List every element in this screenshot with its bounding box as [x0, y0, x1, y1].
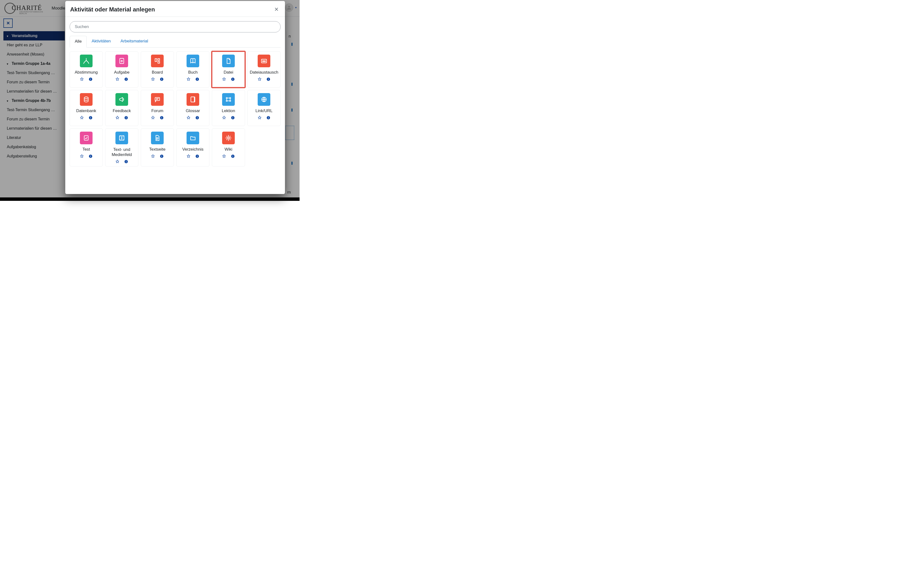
activity-card-forum[interactable]: Forum — [141, 90, 174, 126]
assign-icon — [116, 54, 128, 67]
activity-card-label: Wiki — [225, 147, 232, 152]
info-button[interactable] — [231, 116, 235, 120]
activity-card-label: Datenbank — [76, 108, 96, 114]
activity-card-wiki[interactable]: Wiki — [212, 128, 245, 167]
activity-card-aufgabe[interactable]: Aufgabe — [105, 51, 138, 87]
favorite-star-button[interactable] — [151, 77, 155, 81]
activity-card-glossar[interactable]: Glossar — [176, 90, 210, 126]
info-button[interactable] — [159, 154, 164, 158]
favorite-star-button[interactable] — [151, 154, 155, 158]
activity-card-abstimmung[interactable]: Abstimmung — [70, 51, 103, 87]
favorite-star-button[interactable] — [80, 116, 84, 120]
activity-card-textseite[interactable]: Textseite — [141, 128, 174, 167]
page-icon — [151, 132, 164, 144]
favorite-star-button[interactable] — [222, 154, 226, 158]
choice-icon — [80, 54, 93, 67]
favorite-star-button[interactable] — [257, 116, 262, 120]
activity-card-label: Verzeichnis — [182, 147, 204, 152]
favorite-star-button[interactable] — [257, 77, 262, 81]
activity-card-label: Board — [152, 70, 163, 75]
forum-icon — [151, 93, 164, 106]
activity-card-textfeld[interactable]: Text- und Medienfeld — [105, 128, 138, 167]
info-button[interactable] — [88, 154, 93, 158]
favorite-star-button[interactable] — [151, 116, 155, 120]
info-button[interactable] — [231, 77, 235, 81]
activity-card-verzeichnis[interactable]: Verzeichnis — [176, 128, 210, 167]
activity-card-dateiaustausch[interactable]: Dateiaustausch — [248, 51, 280, 87]
globe-icon — [258, 93, 270, 106]
activity-card-label: Dateiaustausch — [250, 70, 278, 75]
activity-card-lektion[interactable]: Lektion — [212, 90, 245, 126]
favorite-star-button[interactable] — [222, 77, 226, 81]
info-button[interactable] — [195, 154, 200, 158]
label-icon — [116, 132, 128, 144]
info-button[interactable] — [159, 77, 164, 81]
book-icon — [186, 54, 199, 67]
favorite-star-button[interactable] — [80, 77, 84, 81]
activity-card-label: Test — [82, 147, 90, 152]
activity-card-label: Feedback — [113, 108, 131, 114]
activity-search-input[interactable] — [70, 21, 280, 32]
tab-activities[interactable]: Aktivitäten — [87, 36, 116, 47]
favorite-star-button[interactable] — [115, 116, 120, 120]
activity-card-label: Forum — [151, 108, 163, 114]
activity-card-board[interactable]: Board — [141, 51, 174, 87]
favorite-star-button[interactable] — [115, 77, 120, 81]
wiki-icon — [222, 132, 235, 144]
info-button[interactable] — [88, 77, 93, 81]
favorite-star-button[interactable] — [115, 159, 120, 164]
activity-card-test[interactable]: Test — [70, 128, 103, 167]
activity-card-datenbank[interactable]: Datenbank — [70, 90, 103, 126]
info-button[interactable] — [124, 116, 128, 120]
info-button[interactable] — [124, 159, 128, 164]
activity-grid: AbstimmungAufgabeBoardBuchDateiDateiaust… — [70, 51, 280, 167]
info-button[interactable] — [159, 116, 164, 120]
glossary-icon — [186, 93, 199, 106]
lesson-icon — [222, 93, 235, 106]
megaphone-icon — [116, 93, 128, 106]
app-root: CHARITÉ UNIVERSITÄTSMEDIZIN BERLIN Moodl… — [0, 0, 300, 197]
activity-card-link[interactable]: Link/URL — [248, 90, 280, 126]
info-button[interactable] — [195, 77, 200, 81]
info-button[interactable] — [124, 77, 128, 81]
favorite-star-button[interactable] — [222, 116, 226, 120]
activity-chooser-tabs: Alle Aktivitäten Arbeitsmaterial — [70, 36, 280, 48]
quiz-icon — [80, 132, 93, 144]
tab-all[interactable]: Alle — [70, 36, 87, 48]
folder-icon — [186, 132, 199, 144]
favorite-star-button[interactable] — [80, 154, 84, 158]
favorite-star-button[interactable] — [186, 116, 191, 120]
favorite-star-button[interactable] — [186, 77, 191, 81]
board-icon — [151, 54, 164, 67]
activity-card-feedback[interactable]: Feedback — [105, 90, 138, 126]
activity-card-label: Buch — [188, 70, 198, 75]
activity-card-label: Link/URL — [255, 108, 273, 114]
info-button[interactable] — [231, 154, 235, 158]
database-icon — [80, 93, 93, 106]
modal-close-button[interactable]: ✕ — [273, 5, 280, 14]
activity-card-label: Aufgabe — [114, 70, 129, 75]
activity-card-label: Textseite — [149, 147, 165, 152]
activity-chooser-modal: Aktivität oder Material anlegen ✕ Alle A… — [65, 1, 285, 194]
activity-card-label: Lektion — [222, 108, 235, 114]
modal-title: Aktivität oder Material anlegen — [70, 6, 155, 13]
activity-card-datei[interactable]: Datei — [212, 51, 245, 87]
info-button[interactable] — [88, 116, 93, 120]
fileshare-icon — [258, 54, 270, 67]
activity-card-label: Datei — [224, 70, 233, 75]
close-icon: ✕ — [274, 6, 279, 12]
info-button[interactable] — [266, 116, 271, 120]
info-button[interactable] — [195, 116, 200, 120]
favorite-star-button[interactable] — [186, 154, 191, 158]
activity-card-label: Glossar — [186, 108, 200, 114]
info-button[interactable] — [266, 77, 271, 81]
activity-card-buch[interactable]: Buch — [176, 51, 210, 87]
file-icon — [222, 54, 235, 67]
tab-resources[interactable]: Arbeitsmaterial — [116, 36, 153, 47]
activity-card-label: Text- und Medienfeld — [107, 147, 136, 158]
activity-card-label: Abstimmung — [75, 70, 98, 75]
